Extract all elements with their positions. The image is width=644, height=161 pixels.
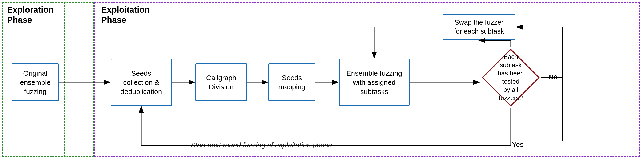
yes-label: Yes <box>512 141 524 149</box>
seeds-mapping-box: Seeds mapping <box>268 63 316 101</box>
no-label: No <box>548 73 558 81</box>
callgraph-division-box: Callgraph Division <box>195 63 247 101</box>
phase-separator <box>64 2 65 157</box>
decision-diamond: Each subtask has been tested by all fuzz… <box>480 47 541 108</box>
decision-text: Each subtask has been tested by all fuzz… <box>491 53 531 103</box>
seeds-collection-box: Seeds collection & deduplication <box>111 59 172 106</box>
exploration-phase-label: Exploration Phase <box>7 5 54 25</box>
original-fuzzing-box: Original ensemble fuzzing <box>12 63 59 101</box>
swap-fuzzer-box: Swap the fuzzer for each subtask <box>442 14 516 40</box>
bottom-text: Start next round fuzzing of exploitation… <box>191 141 332 149</box>
diagram-container: Exploration Phase Exploitation Phase Ori… <box>0 0 644 161</box>
exploitation-phase-label: Exploitation Phase <box>101 5 150 25</box>
ensemble-fuzzing-box: Ensemble fuzzing with assigned subtasks <box>339 59 410 106</box>
